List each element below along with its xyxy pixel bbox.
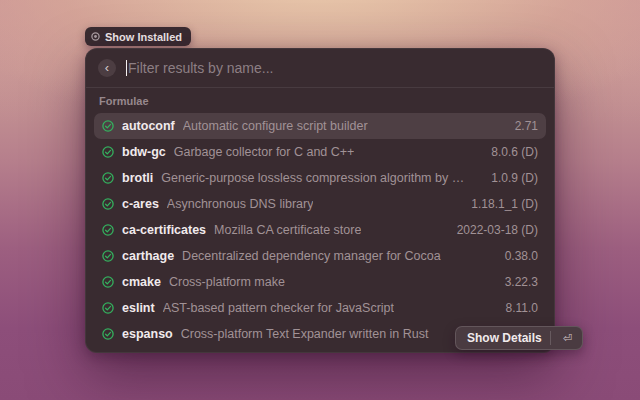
package-version: 8.0.6 (D) bbox=[481, 145, 538, 159]
show-installed-label: Show Installed bbox=[105, 31, 182, 43]
package-name: brotli bbox=[122, 171, 153, 185]
text-caret bbox=[126, 60, 127, 76]
list-item-cmake[interactable]: cmake Cross-platform make 3.22.3 bbox=[94, 269, 546, 295]
package-version: 2.71 bbox=[505, 119, 538, 133]
list-item-eslint[interactable]: eslint AST-based pattern checker for Jav… bbox=[94, 295, 546, 321]
installed-check-icon bbox=[102, 120, 114, 132]
show-installed-icon bbox=[91, 32, 100, 41]
chevron-left-icon: ‹ bbox=[105, 61, 109, 74]
search-input[interactable]: Filter results by name... bbox=[126, 60, 542, 76]
package-description: Mozilla CA certificate store bbox=[214, 223, 361, 237]
tooltip-divider bbox=[550, 331, 551, 345]
results-list: Formulae autoconf Automatic configure sc… bbox=[86, 88, 554, 353]
package-description: Decentralized dependency manager for Coc… bbox=[182, 249, 441, 263]
package-description: AST-based pattern checker for JavaScript bbox=[163, 301, 394, 315]
package-name: espanso bbox=[122, 327, 173, 341]
formulae-rows: autoconf Automatic configure script buil… bbox=[94, 113, 546, 353]
package-description: Cross-platform Text Expander written in … bbox=[181, 327, 429, 341]
package-name: ca-certificates bbox=[122, 223, 206, 237]
installed-check-icon bbox=[102, 224, 114, 236]
package-description: Garbage collector for C and C++ bbox=[174, 145, 355, 159]
installed-check-icon bbox=[102, 198, 114, 210]
package-version: 0.38.0 bbox=[495, 249, 538, 263]
package-name: c-ares bbox=[122, 197, 159, 211]
launcher-window: ‹ Filter results by name... Formulae aut… bbox=[85, 48, 555, 353]
package-version: 3.22.3 bbox=[495, 275, 538, 289]
package-description: Automatic configure script builder bbox=[183, 119, 368, 133]
package-description: Cross-platform make bbox=[169, 275, 285, 289]
back-button[interactable]: ‹ bbox=[98, 59, 116, 77]
show-details-label: Show Details bbox=[467, 331, 542, 345]
package-version: 1.0.9 (D) bbox=[481, 171, 538, 185]
show-installed-tooltip[interactable]: Show Installed bbox=[85, 27, 191, 46]
installed-check-icon bbox=[102, 250, 114, 262]
package-version: 8.11.0 bbox=[496, 301, 538, 315]
package-name: carthage bbox=[122, 249, 174, 263]
list-item-carthage[interactable]: carthage Decentralized dependency manage… bbox=[94, 243, 546, 269]
show-details-tooltip[interactable]: Show Details ⏎ bbox=[455, 326, 583, 350]
package-name: cmake bbox=[122, 275, 161, 289]
installed-check-icon bbox=[102, 172, 114, 184]
installed-check-icon bbox=[102, 146, 114, 158]
installed-check-icon bbox=[102, 276, 114, 288]
list-item-bdw-gc[interactable]: bdw-gc Garbage collector for C and C++ 8… bbox=[94, 139, 546, 165]
enter-key-icon: ⏎ bbox=[559, 330, 577, 346]
package-name: eslint bbox=[122, 301, 155, 315]
list-item-autoconf[interactable]: autoconf Automatic configure script buil… bbox=[94, 113, 546, 139]
search-placeholder: Filter results by name... bbox=[128, 60, 274, 76]
installed-check-icon bbox=[102, 302, 114, 314]
list-item-brotli[interactable]: brotli Generic-purpose lossless compress… bbox=[94, 165, 546, 191]
search-bar: ‹ Filter results by name... bbox=[86, 49, 554, 87]
package-name: bdw-gc bbox=[122, 145, 166, 159]
package-description: Asynchronous DNS library bbox=[167, 197, 314, 211]
package-version: 2022-03-18 (D) bbox=[447, 223, 538, 237]
section-header-formulae: Formulae bbox=[94, 93, 546, 113]
package-description: Generic-purpose lossless compression alg… bbox=[161, 171, 473, 185]
installed-check-icon bbox=[102, 328, 114, 340]
package-version: 1.18.1_1 (D) bbox=[461, 197, 538, 211]
list-item-ca-certificates[interactable]: ca-certificates Mozilla CA certificate s… bbox=[94, 217, 546, 243]
package-name: autoconf bbox=[122, 119, 175, 133]
list-item-c-ares[interactable]: c-ares Asynchronous DNS library 1.18.1_1… bbox=[94, 191, 546, 217]
